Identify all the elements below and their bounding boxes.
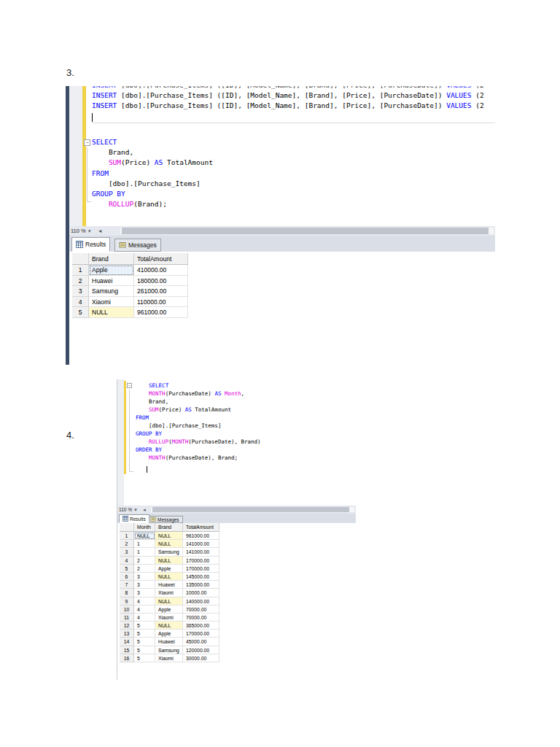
row-number[interactable]: 3 xyxy=(120,548,134,556)
row-number[interactable]: 5 xyxy=(72,307,89,318)
grid-cell[interactable]: 170000.00 xyxy=(183,565,219,573)
grid-cell[interactable]: 170000.00 xyxy=(183,557,219,565)
row-number[interactable]: 2 xyxy=(72,276,89,287)
grid-cell[interactable]: Apple xyxy=(155,630,183,638)
grid-cell[interactable]: 5 xyxy=(134,646,155,654)
grid-cell[interactable]: Apple xyxy=(155,565,183,573)
grid-cell[interactable]: 180000.00 xyxy=(134,276,188,287)
grid-cell[interactable]: 170000.00 xyxy=(183,630,219,638)
tab-messages[interactable]: Messages xyxy=(147,516,183,523)
grid-cell[interactable]: Xiaomi xyxy=(89,297,134,308)
grid-cell[interactable]: 4 xyxy=(134,605,155,614)
row-number[interactable]: 3 xyxy=(72,286,89,297)
column-header[interactable]: Month xyxy=(134,523,155,532)
grid-cell[interactable]: 261000.00 xyxy=(134,286,188,297)
row-number[interactable]: 15 xyxy=(120,646,134,654)
sql-editor[interactable]: − SELECT MONTH(PurchaseDate) AS Month, B… xyxy=(117,379,356,506)
collapse-region-icon[interactable]: − xyxy=(127,383,132,388)
tab-messages[interactable]: Messages xyxy=(114,239,161,252)
grid-cell[interactable]: NULL xyxy=(155,597,183,605)
grid-cell[interactable]: Huawei xyxy=(155,638,183,646)
grid-cell[interactable]: 120000.00 xyxy=(183,646,219,654)
collapse-region-icon[interactable]: − xyxy=(84,139,90,146)
grid-corner-cell[interactable] xyxy=(72,253,89,265)
row-number[interactable]: 16 xyxy=(120,654,134,662)
horizontal-scrollbar[interactable] xyxy=(120,228,494,234)
row-number[interactable]: 14 xyxy=(120,638,134,646)
grid-cell[interactable]: Samsung xyxy=(155,548,183,556)
scroll-left-icon[interactable]: ◄ xyxy=(142,508,147,512)
sql-editor[interactable]: INSERT [dbo].[Purchase_Items] ([ID], [Mo… xyxy=(69,86,495,226)
horizontal-scrollbar[interactable] xyxy=(151,507,354,512)
grid-cell[interactable]: 10000.00 xyxy=(183,589,219,597)
grid-cell[interactable]: 365000.00 xyxy=(183,622,219,630)
row-number[interactable]: 4 xyxy=(72,297,89,308)
grid-corner-cell[interactable] xyxy=(120,523,134,532)
tab-results[interactable]: Results xyxy=(119,514,149,523)
scroll-left-icon[interactable]: ◄ xyxy=(98,228,103,233)
row-number[interactable]: 2 xyxy=(120,540,134,548)
row-number[interactable]: 8 xyxy=(120,589,134,597)
grid-cell[interactable]: Apple xyxy=(89,265,134,276)
grid-cell[interactable]: 410000.00 xyxy=(134,265,188,276)
grid-cell[interactable]: 140000.00 xyxy=(183,597,219,605)
grid-cell[interactable]: 141000.00 xyxy=(183,548,219,556)
zoom-level-dropdown[interactable]: 110 % ▼ ◄ xyxy=(119,506,147,514)
column-header[interactable]: TotalAmount xyxy=(134,253,188,265)
tab-results[interactable]: Results xyxy=(71,237,110,252)
grid-cell[interactable]: 2 xyxy=(134,565,155,573)
grid-cell[interactable]: Xiaomi xyxy=(155,614,183,622)
grid-cell[interactable]: 3 xyxy=(134,573,155,581)
grid-cell[interactable]: NULL xyxy=(89,307,134,318)
grid-cell[interactable]: 30000.00 xyxy=(183,654,219,662)
grid-cell[interactable]: Apple xyxy=(155,605,183,614)
column-header[interactable]: Brand xyxy=(155,523,183,532)
grid-cell[interactable]: 110000.00 xyxy=(134,297,188,308)
grid-cell[interactable]: 70000.00 xyxy=(183,605,219,614)
grid-cell[interactable]: 1 xyxy=(134,548,155,556)
grid-cell[interactable]: 141000.00 xyxy=(183,540,219,548)
zoom-level-dropdown[interactable]: 110 % ▼ ◄ xyxy=(71,226,103,236)
row-number[interactable]: 10 xyxy=(120,605,134,614)
grid-cell[interactable]: 145000.00 xyxy=(183,573,219,581)
row-number[interactable]: 6 xyxy=(120,573,134,581)
grid-cell[interactable]: Huawei xyxy=(155,581,183,589)
grid-cell[interactable]: 5 xyxy=(134,630,155,638)
grid-cell[interactable]: Xiaomi xyxy=(155,654,183,662)
grid-cell[interactable]: NULL xyxy=(155,532,183,540)
grid-cell[interactable]: 2 xyxy=(134,557,155,565)
grid-cell[interactable]: NULL xyxy=(155,622,183,630)
grid-cell[interactable]: NULL xyxy=(134,532,155,540)
grid-cell[interactable]: 135000.00 xyxy=(183,581,219,589)
grid-cell[interactable]: 5 xyxy=(134,638,155,646)
row-number[interactable]: 1 xyxy=(120,532,134,540)
row-number[interactable]: 13 xyxy=(120,630,134,638)
grid-cell[interactable]: NULL xyxy=(155,557,183,565)
grid-cell[interactable]: 961000.00 xyxy=(134,307,188,318)
row-number[interactable]: 5 xyxy=(120,565,134,573)
grid-cell[interactable]: 70000.00 xyxy=(183,614,219,622)
grid-cell[interactable]: 45000.00 xyxy=(183,638,219,646)
grid-cell[interactable]: NULL xyxy=(155,540,183,548)
grid-cell[interactable]: NULL xyxy=(155,573,183,581)
grid-cell[interactable]: Huawei xyxy=(89,276,134,287)
row-number[interactable]: 1 xyxy=(72,265,89,276)
grid-cell[interactable]: Xiaomi xyxy=(155,589,183,597)
grid-cell[interactable]: Samsung xyxy=(155,646,183,654)
grid-cell[interactable]: 3 xyxy=(134,589,155,597)
row-number[interactable]: 12 xyxy=(120,622,134,630)
scrollbar-thumb[interactable] xyxy=(152,507,349,512)
row-number[interactable]: 7 xyxy=(120,581,134,589)
column-header[interactable]: TotalAmount xyxy=(183,523,219,532)
grid-cell[interactable]: 3 xyxy=(134,581,155,589)
grid-cell[interactable]: 5 xyxy=(134,622,155,630)
row-number[interactable]: 4 xyxy=(120,557,134,565)
row-number[interactable]: 11 xyxy=(120,614,134,622)
grid-cell[interactable]: 961000.00 xyxy=(183,532,219,540)
grid-cell[interactable]: 4 xyxy=(134,614,155,622)
grid-cell[interactable]: 1 xyxy=(134,540,155,548)
grid-cell[interactable]: Samsung xyxy=(89,286,134,297)
scrollbar-thumb[interactable] xyxy=(122,228,489,234)
grid-cell[interactable]: 5 xyxy=(134,654,155,662)
grid-cell[interactable]: 4 xyxy=(134,597,155,605)
